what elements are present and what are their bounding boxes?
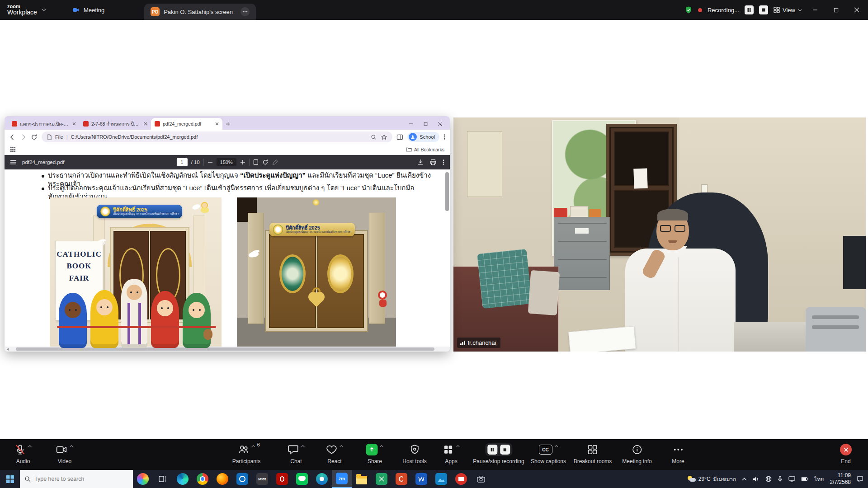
browser-tab-1[interactable]: แตกๆ-ประกาศน.เปิด-ฉ.ติดผลOK.pdf [8, 118, 80, 130]
taskbar-chrome-icon[interactable] [193, 470, 212, 488]
browser-tab-2[interactable]: 2-7-68 กำหนดการ ปี2568.pdf [80, 118, 151, 130]
network-icon[interactable] [765, 476, 772, 482]
apps-button[interactable]: Apps [443, 443, 460, 465]
zoom-magnifier-icon[interactable] [371, 134, 377, 140]
tab-shared-screen[interactable]: PO Pakin O. Sattahip's screen [144, 4, 256, 20]
pause-recording-button[interactable] [745, 5, 754, 14]
host-tools-button[interactable]: Host tools [402, 443, 426, 465]
workspace-chevron-down-icon[interactable] [42, 9, 46, 11]
pause-stop-recording-control[interactable]: Pause/stop recording [473, 443, 524, 465]
new-tab-button[interactable] [222, 118, 233, 129]
fit-page-icon[interactable] [253, 159, 259, 165]
taskbar-word-icon[interactable] [411, 470, 431, 488]
taskbar-m365-icon[interactable]: M365 [252, 470, 272, 488]
breakout-rooms-button[interactable]: Breakout rooms [574, 443, 612, 465]
back-icon[interactable] [9, 134, 16, 141]
chat-chevron-up-icon[interactable] [301, 445, 305, 447]
stop-recording-button[interactable] [759, 5, 768, 14]
taskbar-powerpoint-icon[interactable] [392, 470, 411, 488]
stop-recording-icon[interactable] [500, 445, 510, 455]
task-view-button[interactable] [153, 470, 173, 488]
captions-chevron-up-icon[interactable] [554, 445, 558, 447]
language-indicator[interactable]: ไทย [814, 475, 824, 483]
taskbar-file-explorer-icon[interactable] [352, 470, 372, 488]
maximize-window-button[interactable] [828, 3, 844, 17]
print-icon[interactable] [430, 159, 436, 165]
tab-close-icon[interactable] [72, 122, 76, 126]
taskbar-clock[interactable]: 11:09 2/7/2568 [830, 472, 851, 486]
hidden-icons-chevron-icon[interactable] [742, 478, 747, 481]
zoom-in-icon[interactable] [240, 160, 245, 165]
audio-chevron-up-icon[interactable] [28, 445, 32, 447]
close-window-button[interactable] [849, 3, 864, 17]
pdf-vertical-scrollbar[interactable] [445, 172, 449, 211]
battery-icon[interactable] [801, 477, 808, 481]
tab-close-icon[interactable] [215, 122, 219, 126]
tab-close-icon[interactable] [144, 122, 147, 126]
end-meeting-button[interactable]: End [840, 443, 852, 465]
tab-options-icon[interactable] [241, 7, 250, 16]
taskbar-acrobat-icon[interactable] [272, 470, 292, 488]
taskbar-edge-icon[interactable] [173, 470, 193, 488]
pause-recording-icon[interactable] [487, 445, 497, 455]
minimize-window-button[interactable] [807, 3, 823, 17]
notification-center-icon[interactable] [857, 476, 863, 482]
annotate-icon[interactable] [272, 160, 278, 165]
tab-meeting[interactable]: Meeting [64, 0, 113, 20]
audio-button[interactable]: Audio [14, 443, 32, 465]
search-highlights-icon[interactable] [133, 470, 153, 488]
browser-profile-chip[interactable]: School [407, 132, 439, 142]
reload-icon[interactable] [31, 134, 38, 141]
browser-minimize-button[interactable] [404, 118, 418, 130]
browser-maximize-button[interactable] [418, 118, 433, 130]
display-icon[interactable] [788, 476, 795, 482]
weather-widget[interactable]: 29°C มีเมฆมาก [688, 475, 736, 483]
zoom-out-icon[interactable] [208, 160, 213, 165]
show-captions-button[interactable]: CC Show captions [531, 443, 566, 465]
search-input[interactable] [34, 476, 120, 482]
participants-button[interactable]: 6 Participants [232, 443, 261, 465]
bookmark-star-icon[interactable] [381, 134, 387, 140]
start-button[interactable] [0, 470, 20, 488]
download-icon[interactable] [417, 159, 424, 165]
taskbar-search[interactable] [20, 470, 133, 488]
forward-icon[interactable] [20, 134, 27, 141]
pdf-menu-icon[interactable] [10, 160, 17, 165]
more-button[interactable]: More [672, 443, 684, 465]
pdf-more-icon[interactable] [443, 159, 444, 165]
scrollbar-thumb[interactable] [16, 347, 434, 351]
taskbar-camera-icon[interactable] [471, 470, 491, 488]
taskbar-excel-icon[interactable] [372, 470, 392, 488]
side-panel-icon[interactable] [396, 134, 403, 141]
video-button[interactable]: Video [56, 443, 74, 465]
share-button[interactable]: Share [366, 443, 384, 465]
page-number-input[interactable] [176, 158, 187, 166]
zoom-level-value[interactable]: 150% [217, 158, 236, 166]
share-chevron-up-icon[interactable] [380, 445, 384, 447]
video-chevron-up-icon[interactable] [70, 445, 74, 447]
taskbar-outlook-icon[interactable] [232, 470, 252, 488]
taskbar-gmail-icon[interactable] [451, 470, 471, 488]
chat-button[interactable]: Chat [288, 443, 305, 465]
volume-icon[interactable] [753, 476, 760, 482]
taskbar-zoom-icon[interactable]: zm [332, 470, 352, 488]
rotate-icon[interactable] [262, 159, 269, 165]
taskbar-photos-icon[interactable] [431, 470, 451, 488]
participant-video-tile[interactable]: fr.chanchai [453, 117, 866, 352]
apps-grid-icon[interactable] [10, 146, 16, 152]
view-button[interactable]: View [774, 7, 802, 14]
tray-mic-icon[interactable] [778, 476, 783, 482]
meeting-info-button[interactable]: Meeting info [622, 443, 651, 465]
taskbar-firefox-icon[interactable] [212, 470, 232, 488]
taskbar-webex-icon[interactable] [312, 470, 332, 488]
browser-tab-3-active[interactable]: pdf24_merged.pdf [151, 118, 222, 130]
browser-menu-icon[interactable] [443, 134, 445, 140]
url-field[interactable]: File | C:/Users/NITRO/OneDrive/Documents… [42, 131, 392, 142]
react-button[interactable]: React [326, 443, 344, 465]
taskbar-line-icon[interactable] [292, 470, 312, 488]
apps-chevron-up-icon[interactable] [456, 445, 460, 447]
react-chevron-up-icon[interactable] [340, 445, 344, 447]
all-bookmarks-button[interactable]: All Bookmarks [406, 147, 444, 152]
browser-close-button[interactable] [433, 118, 447, 130]
participants-chevron-up-icon[interactable] [251, 445, 255, 447]
